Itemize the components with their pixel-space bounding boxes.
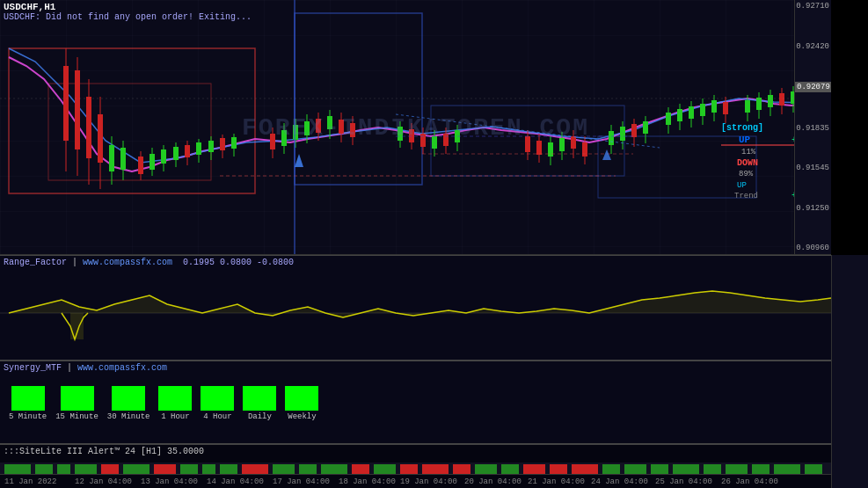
svg-rect-17 <box>120 148 126 170</box>
svg-text:[strong]: [strong] <box>721 123 763 133</box>
date-3: 14 Jan 04:00 <box>207 477 264 486</box>
synergy-btn-1hour-wrapper: 1 Hour <box>158 386 192 421</box>
svg-rect-45 <box>316 119 321 133</box>
svg-rect-79 <box>620 127 625 141</box>
svg-rect-0 <box>0 0 831 255</box>
synergy-btn-5min-wrapper: 5 Minute <box>9 386 47 421</box>
synergy-btn-30min[interactable] <box>112 386 145 411</box>
svg-rect-9 <box>75 70 80 149</box>
svg-rect-21 <box>150 154 155 170</box>
synergy-btn-daily-wrapper: Daily <box>243 386 276 421</box>
svg-rect-69 <box>548 142 553 157</box>
date-axis: 11 Jan 2022 12 Jan 04:00 13 Jan 04:00 14… <box>0 474 831 488</box>
svg-rect-19 <box>138 157 143 174</box>
svg-rect-67 <box>536 141 542 155</box>
price-1: 0.92420 <box>795 42 831 51</box>
synergy-btn-15min[interactable] <box>61 386 94 411</box>
svg-rect-29 <box>196 142 201 155</box>
candlestick-chart: [strong] UP 11% DOWN 89% UP Trend + + <box>0 0 831 255</box>
synergy-btn-15min-wrapper: 15 Minute <box>55 386 98 421</box>
svg-rect-91 <box>700 104 705 116</box>
date-11: 26 Jan 04:00 <box>721 477 778 486</box>
svg-rect-13 <box>98 114 103 163</box>
date-9: 24 Jan 04:00 <box>591 477 648 486</box>
price-4: 0.91545 <box>795 164 831 172</box>
svg-rect-97 <box>745 100 750 113</box>
svg-marker-129 <box>70 313 84 339</box>
synergy-btn-weekly[interactable] <box>285 386 318 411</box>
date-0: 11 Jan 2022 <box>4 477 56 486</box>
svg-text:11%: 11% <box>741 148 756 157</box>
svg-rect-93 <box>711 100 717 113</box>
svg-rect-89 <box>689 106 694 119</box>
sitelite-label: :::SiteLite III Alert™ 24 [H1] 35.0000 <box>4 447 204 456</box>
range-factor-panel: Range_Factor | www.compassfx.com 0.1995 … <box>0 255 831 361</box>
svg-rect-43 <box>304 121 310 135</box>
synergy-btn-1hour-label: 1 Hour <box>161 412 189 421</box>
svg-rect-81 <box>631 124 637 137</box>
svg-rect-7 <box>63 66 69 141</box>
svg-rect-27 <box>185 145 190 157</box>
svg-text:DOWN: DOWN <box>737 158 758 168</box>
synergy-btn-4hour-wrapper: 4 Hour <box>201 386 234 421</box>
svg-rect-103 <box>779 93 784 106</box>
date-10: 25 Jan 04:00 <box>655 477 712 486</box>
svg-text:89%: 89% <box>739 170 754 178</box>
svg-rect-61 <box>443 134 449 146</box>
chart-header: USDCHF,H1 USDCHF: Did not find any open … <box>4 2 252 22</box>
svg-text:Trend: Trend <box>734 192 758 200</box>
synergy-btn-1hour[interactable] <box>158 386 192 411</box>
svg-rect-99 <box>756 98 762 110</box>
svg-rect-37 <box>270 134 275 149</box>
svg-rect-77 <box>609 131 614 145</box>
svg-rect-75 <box>582 142 587 157</box>
svg-rect-85 <box>666 113 671 125</box>
svg-rect-101 <box>768 95 773 107</box>
synergy-btn-5min[interactable] <box>11 386 45 411</box>
synergy-btn-15min-label: 15 Minute <box>55 412 98 421</box>
price-5: 0.91250 <box>795 204 831 213</box>
synergy-btn-daily[interactable] <box>243 386 276 411</box>
svg-rect-23 <box>161 149 166 164</box>
synergy-btn-weekly-label: Weekly <box>288 412 316 421</box>
date-6: 19 Jan 04:00 <box>400 477 457 486</box>
range-factor-label: Range_Factor | www.compassfx.com 0.1995 … <box>4 258 294 267</box>
chart-message: USDCHF: Did not find any open order! Exi… <box>4 12 252 22</box>
price-6: 0.90960 <box>795 244 831 252</box>
right-axis-all <box>831 255 868 488</box>
synergy-btn-30min-wrapper: 30 Minute <box>107 386 150 421</box>
svg-rect-35 <box>231 137 237 149</box>
svg-text:UP: UP <box>739 135 751 145</box>
svg-rect-33 <box>220 138 225 150</box>
synergy-btn-daily-label: Daily <box>248 412 272 421</box>
date-5: 18 Jan 04:00 <box>339 477 396 486</box>
synergy-btn-4hour-label: 4 Hour <box>203 412 231 421</box>
svg-rect-59 <box>432 136 437 149</box>
synergy-panel: Synergy_MTF | www.compassfx.com 5 Minute… <box>0 361 831 444</box>
svg-rect-25 <box>173 147 179 160</box>
date-1: 12 Jan 04:00 <box>75 477 132 486</box>
synergy-btn-weekly-wrapper: Weekly <box>285 386 318 421</box>
synergy-btn-30min-label: 30 Minute <box>107 412 150 421</box>
synergy-buttons-container: 5 Minute 15 Minute 30 Minute 1 Hour 4 Ho… <box>9 386 318 421</box>
svg-rect-53 <box>398 127 403 141</box>
svg-text:UP: UP <box>737 181 747 190</box>
svg-rect-73 <box>571 136 576 149</box>
chart-title: USDCHF,H1 <box>4 2 252 12</box>
svg-rect-57 <box>420 134 426 147</box>
svg-rect-15 <box>109 145 114 171</box>
synergy-btn-4hour[interactable] <box>201 386 234 411</box>
date-4: 17 Jan 04:00 <box>273 477 330 486</box>
svg-rect-47 <box>327 116 332 129</box>
svg-rect-41 <box>293 125 298 140</box>
svg-rect-49 <box>339 120 344 134</box>
svg-rect-83 <box>643 121 648 134</box>
svg-rect-87 <box>677 109 682 121</box>
svg-rect-51 <box>350 123 355 137</box>
range-factor-chart <box>0 256 831 361</box>
date-8: 21 Jan 04:00 <box>528 477 585 486</box>
svg-rect-39 <box>281 130 287 146</box>
svg-rect-71 <box>559 138 565 151</box>
svg-rect-11 <box>86 97 91 158</box>
synergy-label: Synergy_MTF | www.compassfx.com <box>4 363 167 373</box>
